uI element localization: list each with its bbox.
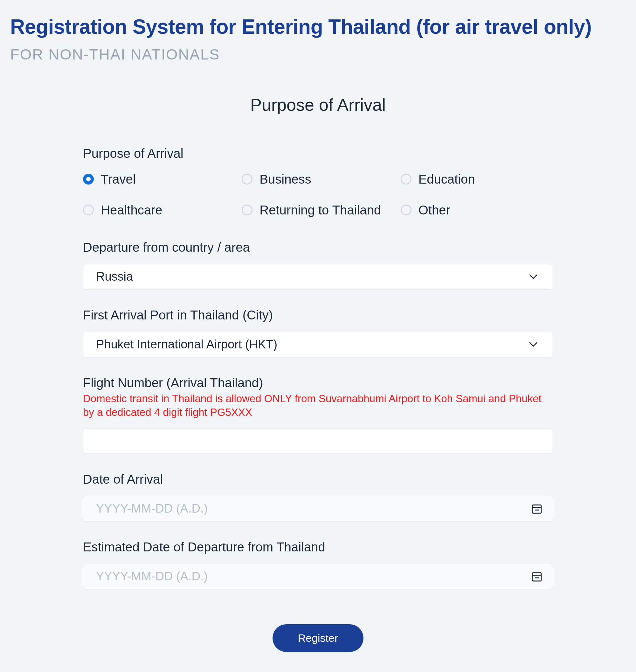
register-button[interactable]: Register xyxy=(273,624,364,652)
svg-rect-0 xyxy=(532,505,541,513)
registration-form: Purpose of Arrival Travel Business Educa… xyxy=(83,146,553,652)
select-value: Phuket International Airport (HKT) xyxy=(96,338,277,351)
purpose-option-healthcare[interactable]: Healthcare xyxy=(83,203,235,217)
radio-label: Business xyxy=(259,172,311,187)
purpose-option-business[interactable]: Business xyxy=(242,172,394,187)
purpose-option-travel[interactable]: Travel xyxy=(83,172,235,187)
input-placeholder: YYYY-MM-DD (A.D.) xyxy=(96,570,208,583)
radio-icon xyxy=(401,174,412,185)
input-placeholder: YYYY-MM-DD (A.D.) xyxy=(96,502,208,516)
purpose-option-returning[interactable]: Returning to Thailand xyxy=(242,203,394,217)
arrival-date-input[interactable]: YYYY-MM-DD (A.D.) xyxy=(83,496,553,521)
radio-label: Education xyxy=(418,172,475,187)
flight-number-input[interactable] xyxy=(83,428,553,454)
purpose-option-other[interactable]: Other xyxy=(401,203,553,217)
radio-label: Returning to Thailand xyxy=(259,203,381,217)
svg-rect-3 xyxy=(532,573,541,581)
radio-label: Travel xyxy=(101,172,136,187)
radio-icon xyxy=(83,174,94,185)
flight-number-label: Flight Number (Arrival Thailand) xyxy=(83,376,553,390)
purpose-option-education[interactable]: Education xyxy=(401,172,553,187)
select-value: Russia xyxy=(96,270,133,284)
section-heading: Purpose of Arrival xyxy=(10,95,626,115)
radio-label: Healthcare xyxy=(101,203,162,217)
departure-country-label: Departure from country / area xyxy=(83,240,553,254)
radio-icon xyxy=(242,174,253,185)
page-title: Registration System for Entering Thailan… xyxy=(10,15,626,39)
arrival-date-label: Date of Arrival xyxy=(83,472,553,486)
chevron-down-icon xyxy=(529,342,537,347)
radio-icon xyxy=(83,205,94,215)
purpose-radio-group: Travel Business Education Healthcare Ret… xyxy=(83,172,553,217)
radio-icon xyxy=(242,205,253,215)
calendar-icon xyxy=(531,571,542,582)
departure-date-label: Estimated Date of Departure from Thailan… xyxy=(83,540,553,554)
arrival-port-select[interactable]: Phuket International Airport (HKT) xyxy=(83,332,553,357)
calendar-icon xyxy=(531,503,542,515)
radio-icon xyxy=(401,205,412,215)
page-subtitle: FOR NON-THAI NATIONALS xyxy=(10,45,626,63)
arrival-port-label: First Arrival Port in Thailand (City) xyxy=(83,308,553,322)
departure-country-select[interactable]: Russia xyxy=(83,264,553,290)
chevron-down-icon xyxy=(529,274,537,280)
radio-label: Other xyxy=(418,203,450,217)
departure-date-input[interactable]: YYYY-MM-DD (A.D.) xyxy=(83,564,553,589)
flight-warning-text: Domestic transit in Thailand is allowed … xyxy=(83,392,553,419)
purpose-label: Purpose of Arrival xyxy=(83,146,553,161)
